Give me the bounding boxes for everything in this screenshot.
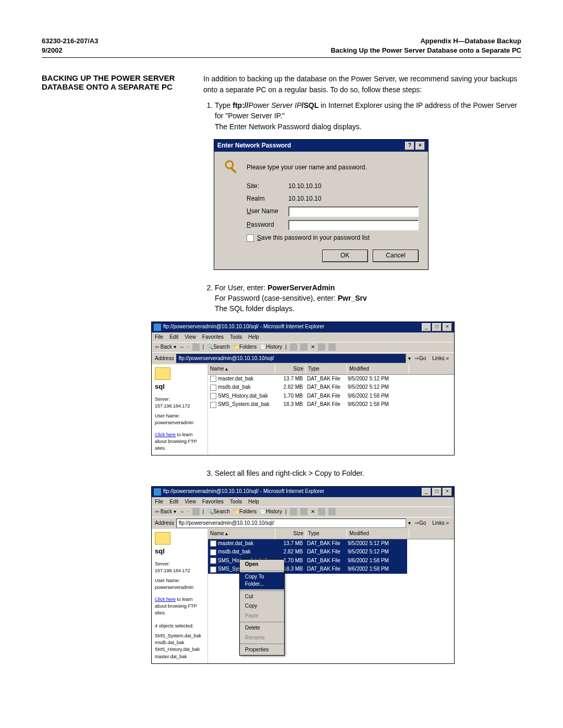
tool-icon[interactable]	[318, 508, 325, 515]
minimize-icon[interactable]: _	[422, 323, 431, 331]
col-modified[interactable]: Modified	[347, 529, 409, 539]
maximize-icon[interactable]: □	[432, 323, 442, 331]
menu-edit[interactable]: Edit	[169, 334, 178, 341]
tool-icon[interactable]	[300, 343, 308, 351]
menu-view[interactable]: View	[185, 334, 196, 341]
history-button[interactable]: 🕘History	[260, 508, 282, 516]
search-button[interactable]: 🔍Search	[207, 508, 230, 516]
forward-button[interactable]: →	[179, 508, 185, 516]
menu-paste: Paste	[240, 611, 284, 621]
file-icon	[210, 566, 216, 573]
menu-delete[interactable]: Delete	[240, 623, 284, 633]
intro-text: In addition to backing up the database o…	[203, 73, 521, 95]
tool-icon[interactable]	[318, 343, 325, 351]
file-row[interactable]: master.dat_bak13.7 MBDAT_BAK File9/5/200…	[208, 539, 454, 548]
click-here-link[interactable]: Click here	[155, 597, 176, 602]
menu-copy-to-folder[interactable]: Copy To Folder...	[240, 572, 284, 589]
menu-file[interactable]: File	[155, 498, 163, 506]
up-icon[interactable]	[192, 343, 200, 351]
address-label: Address	[155, 355, 174, 363]
col-modified[interactable]: Modified	[347, 364, 409, 374]
file-list: Name ▴ Size Type Modified master.dat_bak…	[208, 364, 454, 455]
folders-button[interactable]: 📁Folders	[233, 508, 256, 516]
col-type[interactable]: Type	[306, 364, 347, 374]
maximize-icon[interactable]: □	[432, 488, 442, 496]
click-here-link[interactable]: Click here	[155, 432, 176, 437]
ie-window-1: ftp://powerserveradmin@10.10.10.10/sql/ …	[151, 322, 455, 456]
tool-icon[interactable]: ✕	[311, 343, 315, 351]
menu-favorites[interactable]: Favorites	[202, 498, 224, 506]
menu-view[interactable]: View	[185, 498, 196, 506]
username-label: UUser Nameser Name	[247, 207, 288, 216]
back-button[interactable]: ⇦ Back ▾	[155, 508, 176, 516]
ie-menubar: FileEditViewFavoritesToolsHelp	[152, 497, 454, 507]
tool-icon[interactable]	[328, 343, 336, 351]
menu-open[interactable]: Open	[240, 560, 284, 570]
ie-window-2: ftp://powerserveradmin@10.10.10.10/sql/ …	[151, 486, 455, 664]
close-icon[interactable]: ×	[443, 323, 452, 331]
username-input[interactable]	[288, 206, 419, 217]
address-input[interactable]: ftp://powerserveradmin@10.10.10.10/sql/	[176, 354, 406, 364]
menu-copy[interactable]: Copy	[240, 601, 284, 611]
address-dropdown-icon[interactable]: ▾	[408, 520, 411, 527]
page-header: 63230-216-207/A3 9/2002 Appendix H—Datab…	[42, 36, 521, 58]
dialog-titlebar: Enter Network Password ? ×	[214, 140, 428, 152]
folder-icon	[155, 367, 170, 380]
tool-icon[interactable]	[328, 508, 336, 515]
file-icon	[210, 402, 216, 408]
links-button[interactable]: Links »	[430, 354, 451, 363]
address-dropdown-icon[interactable]: ▾	[408, 355, 411, 363]
menu-help[interactable]: Help	[248, 334, 259, 341]
ie-icon	[154, 324, 161, 331]
selection-info: 4 objects selected.	[155, 623, 204, 630]
menu-tools[interactable]: Tools	[230, 334, 242, 341]
file-row[interactable]: SMS_System.dat_bak18.3 MBDAT_BAK File9/6…	[208, 400, 454, 409]
tool-icon[interactable]	[300, 508, 308, 515]
ie-left-pane: sql Server: 157.198.184.172 User Name: p…	[152, 529, 208, 663]
minimize-icon[interactable]: _	[422, 488, 431, 496]
file-icon	[210, 558, 216, 564]
col-name[interactable]: Name ▴	[208, 364, 275, 374]
step-1: Type ftp://Power Server IP/SQL in Intern…	[215, 100, 521, 132]
col-size[interactable]: Size	[275, 364, 306, 374]
tool-icon[interactable]: ✕	[311, 508, 315, 516]
file-row[interactable]: msdb.dat_bak2.82 MBDAT_BAK File9/5/2002 …	[208, 383, 454, 392]
menu-properties[interactable]: Properties	[240, 645, 284, 655]
menu-help[interactable]: Help	[248, 498, 259, 506]
ie-toolbar: ⇦ Back ▾ → · | 🔍Search 📁Folders 🕘History…	[152, 342, 454, 352]
file-row[interactable]: SMS_History.dat_bak1.70 MBDAT_BAK File9/…	[208, 392, 454, 401]
up-icon[interactable]	[192, 508, 200, 515]
menu-tools[interactable]: Tools	[230, 498, 242, 506]
address-input[interactable]: ftp://powerserveradmin@10.10.10.10/sql/	[176, 519, 406, 528]
address-label: Address	[155, 520, 174, 527]
close-icon[interactable]: ×	[415, 142, 425, 150]
file-row[interactable]: master.dat_bak13.7 MBDAT_BAK File9/5/200…	[208, 375, 454, 384]
back-button[interactable]: ⇦ Back ▾	[155, 343, 176, 351]
links-button[interactable]: Links »	[430, 519, 451, 528]
header-subtitle: Backing Up the Power Server Database ont…	[331, 46, 521, 55]
go-button[interactable]: ⇨Go	[413, 354, 428, 363]
help-icon[interactable]: ?	[405, 142, 414, 150]
menu-file[interactable]: File	[155, 334, 163, 341]
forward-button[interactable]: →	[179, 343, 185, 351]
menu-favorites[interactable]: Favorites	[202, 334, 224, 341]
menu-edit[interactable]: Edit	[169, 498, 178, 506]
search-button[interactable]: 🔍Search	[207, 343, 230, 351]
col-size[interactable]: Size	[275, 529, 306, 539]
site-label: Site:	[247, 182, 288, 191]
password-input[interactable]	[288, 220, 419, 230]
cancel-button[interactable]: Cancel	[373, 250, 419, 262]
folders-button[interactable]: 📁Folders	[233, 343, 256, 351]
save-password-checkbox[interactable]	[247, 235, 254, 242]
tool-icon[interactable]	[290, 508, 297, 515]
go-button[interactable]: ⇨Go	[413, 519, 428, 528]
file-row[interactable]: msdb.dat_bak2.82 MBDAT_BAK File9/5/2002 …	[208, 548, 454, 557]
ok-button[interactable]: OK	[322, 250, 368, 262]
col-type[interactable]: Type	[306, 529, 347, 539]
menu-cut[interactable]: Cut	[240, 592, 284, 602]
close-icon[interactable]: ×	[443, 488, 452, 496]
tool-icon[interactable]	[290, 343, 297, 351]
server-info: Server: 157.198.184.172	[155, 396, 204, 410]
col-name[interactable]: Name ▴	[208, 529, 275, 539]
history-button[interactable]: 🕘History	[260, 343, 282, 351]
